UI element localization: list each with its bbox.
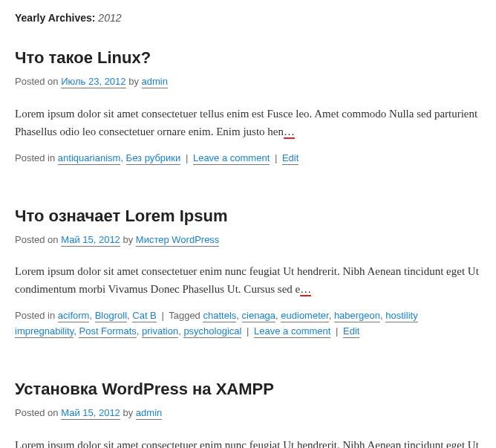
leave-comment-link[interactable]: Leave a comment <box>193 152 270 165</box>
tag-link[interactable]: privation <box>142 325 178 338</box>
excerpt-text: Lorem ipsum dolor sit amet consectetuer … <box>15 265 479 295</box>
post-excerpt: Lorem ipsum dolor sit amet consectetuer … <box>15 436 481 448</box>
tag-link[interactable]: chattels <box>203 310 236 322</box>
separator: | <box>333 325 340 337</box>
post-title-link[interactable]: Что такое Linux? <box>15 48 151 67</box>
by-label: by <box>128 76 139 87</box>
post-meta: Posted on Май 15, 2012 by admin <box>15 406 481 421</box>
post-excerpt: Lorem ipsum dolor sit amet consectetuer … <box>15 105 481 140</box>
post-excerpt: Lorem ipsum dolor sit amet consectetuer … <box>15 262 481 298</box>
excerpt-text: Lorem ipsum dolor sit amet consectetuer … <box>15 439 479 448</box>
tag-link[interactable]: cienaga <box>242 310 276 322</box>
post-meta: Posted on Июль 23, 2012 by admin <box>15 74 481 90</box>
tagged-label: Tagged <box>169 310 200 321</box>
tag-link[interactable]: Post Formats <box>79 325 136 338</box>
author-link[interactable]: admin <box>142 76 168 88</box>
post: Что такое Linux?Posted on Июль 23, 2012 … <box>15 45 481 166</box>
by-label: by <box>123 407 133 418</box>
post-title-link[interactable]: Установка WordPress на XAMPP <box>15 380 274 398</box>
tag-link[interactable]: eudiometer <box>281 310 328 322</box>
post-date-link[interactable]: Май 15, 2012 <box>61 407 120 420</box>
post-title-link[interactable]: Что означает Lorem Ipsum <box>15 207 228 225</box>
edit-link[interactable]: Edit <box>282 152 298 165</box>
posted-on-label: Posted on <box>15 407 59 418</box>
post: Что означает Lorem IpsumPosted on Май 15… <box>15 204 481 340</box>
separator: | <box>244 325 251 337</box>
excerpt-text: Lorem ipsum dolor sit amet consectetuer … <box>15 108 477 137</box>
post-footer-meta: Posted in antiquarianism, Без рубрики | … <box>15 151 481 166</box>
category-link[interactable]: Без рубрики <box>126 152 181 165</box>
category-link[interactable]: Blogroll <box>95 310 127 322</box>
archives-year: 2012 <box>98 12 121 24</box>
post: Установка WordPress на XAMPPPosted on Ма… <box>15 377 481 448</box>
category-link[interactable]: aciform <box>58 310 90 322</box>
archives-title: Yearly Archives: 2012 <box>15 10 481 26</box>
post-date-link[interactable]: Май 15, 2012 <box>61 234 120 247</box>
archives-label: Yearly Archives: <box>15 12 95 24</box>
separator: | <box>183 152 190 163</box>
post-meta: Posted on Май 15, 2012 by Мистер WordPre… <box>15 233 481 248</box>
separator: | <box>159 310 166 321</box>
edit-link[interactable]: Edit <box>343 325 359 338</box>
post-title: Что такое Linux? <box>15 45 481 70</box>
post-title: Что означает Lorem Ipsum <box>15 204 481 228</box>
tag-link[interactable]: psychological <box>183 325 241 338</box>
posted-in-label: Posted in <box>15 152 55 163</box>
post-date-link[interactable]: Июль 23, 2012 <box>61 76 125 88</box>
read-more-link[interactable]: … <box>284 126 295 137</box>
post-title: Установка WordPress на XAMPP <box>15 377 481 401</box>
category-link[interactable]: Cat B <box>132 310 157 322</box>
category-link[interactable]: antiquarianism <box>58 152 121 165</box>
read-more-link[interactable]: … <box>300 283 311 295</box>
posted-on-label: Posted on <box>15 76 59 87</box>
by-label: by <box>123 234 133 245</box>
leave-comment-link[interactable]: Leave a comment <box>254 325 330 338</box>
separator: | <box>273 152 279 163</box>
posted-on-label: Posted on <box>15 234 59 245</box>
posted-in-label: Posted in <box>15 310 55 321</box>
author-link[interactable]: admin <box>136 407 162 420</box>
tag-link[interactable]: habergeon <box>334 310 380 322</box>
post-footer-meta: Posted in aciform, Blogroll, Cat B | Tag… <box>15 308 481 340</box>
author-link[interactable]: Мистер WordPress <box>136 234 220 247</box>
